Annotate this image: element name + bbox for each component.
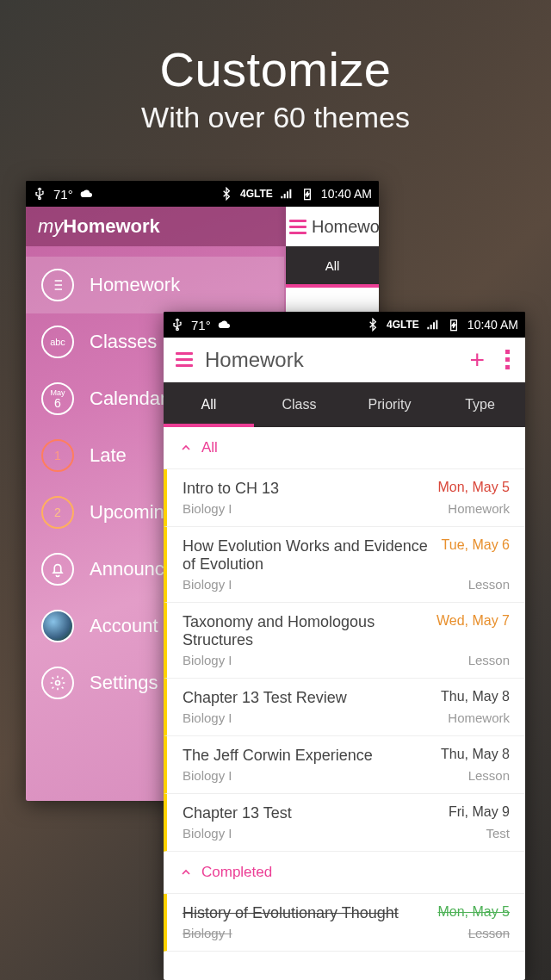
item-date: Mon, May 5	[437, 904, 510, 920]
item-course: Biology I	[183, 926, 232, 940]
peek-tab-all[interactable]: All	[325, 258, 340, 273]
tab-underline	[286, 284, 379, 288]
hero-title: Customize	[0, 41, 551, 97]
item-date: Mon, May 5	[437, 480, 510, 495]
tab-priority[interactable]: Priority	[344, 382, 435, 427]
homework-item[interactable]: Intro to CH 13Mon, May 5Biology IHomewor…	[164, 469, 525, 527]
page-title: Homework	[205, 348, 452, 372]
sidebar-item-label: Late	[90, 444, 127, 467]
usb-icon	[33, 187, 46, 201]
overflow-menu-icon[interactable]	[502, 350, 513, 369]
calendar-icon: May6	[41, 382, 74, 415]
app-brand: myHomework	[38, 215, 160, 238]
sidebar-item-label: Account	[90, 615, 158, 637]
item-date: Tue, May 6	[442, 537, 510, 553]
section-all-label: All	[201, 439, 218, 456]
homework-item[interactable]: How Evolution Works and Evidence of Evol…	[164, 527, 525, 603]
section-completed-label: Completed	[201, 864, 272, 881]
status-network: 4GLTE	[240, 188, 273, 200]
status-bar: 71° 4GLTE 10:40 AM	[26, 181, 379, 207]
cloud-icon	[218, 318, 232, 332]
sidebar-item-homework[interactable]: Homework	[26, 257, 284, 313]
item-course: Biology I	[183, 768, 232, 783]
item-date: Thu, May 8	[441, 747, 510, 762]
status-time: 10:40 AM	[467, 318, 518, 332]
peek-title: Homework	[312, 217, 379, 237]
item-kind: Lesson	[468, 653, 510, 667]
item-name: History of Evolutionary Thought	[183, 904, 399, 922]
count-badge: 1	[41, 439, 74, 472]
homework-item[interactable]: The Jeff Corwin ExperienceThu, May 8Biol…	[164, 736, 525, 794]
item-course: Biology I	[183, 501, 232, 516]
item-course: Biology I	[183, 577, 232, 592]
bluetooth-icon	[366, 318, 380, 332]
status-network: 4GLTE	[387, 319, 419, 331]
homework-item[interactable]: Chapter 13 TestFri, May 9Biology ITest	[164, 794, 525, 852]
phone-white: 71° 4GLTE 10:40 AM Homework + AllClassPr…	[164, 312, 525, 980]
cloud-icon	[80, 187, 94, 201]
chevron-up-icon	[179, 441, 193, 455]
tab-type[interactable]: Type	[435, 382, 525, 427]
item-kind: Test	[486, 826, 510, 840]
tab-all[interactable]: All	[164, 382, 254, 427]
hamburger-icon[interactable]	[289, 220, 306, 234]
sidebar-item-label: Homework	[90, 274, 180, 296]
homework-item[interactable]: History of Evolutionary ThoughtMon, May …	[164, 894, 525, 952]
item-name: The Jeff Corwin Experience	[183, 747, 373, 765]
status-temp: 71°	[53, 187, 73, 202]
item-course: Biology I	[183, 826, 232, 840]
item-course: Biology I	[183, 710, 232, 725]
list-icon	[41, 269, 74, 301]
signal-icon	[426, 318, 440, 332]
gear-icon	[41, 667, 74, 699]
item-kind: Lesson	[468, 577, 510, 592]
sidebar-item-label: Settings	[90, 672, 158, 694]
bluetooth-icon	[220, 187, 233, 201]
item-name: Chapter 13 Test	[183, 804, 292, 822]
brand-my: my	[38, 215, 63, 237]
item-name: How Evolution Works and Evidence of Evol…	[183, 537, 431, 574]
item-course: Biology I	[183, 653, 232, 667]
status-temp: 71°	[191, 318, 211, 332]
section-all[interactable]: All	[164, 427, 525, 469]
bell-icon	[41, 553, 74, 586]
abc-icon: abc	[41, 326, 74, 358]
sidebar-item-label: Classes	[90, 331, 157, 353]
item-kind: Homework	[448, 710, 510, 725]
usb-icon	[170, 318, 184, 332]
signal-icon	[280, 187, 294, 201]
item-kind: Homework	[448, 501, 510, 516]
battery-charging-icon	[300, 187, 314, 201]
tab-class[interactable]: Class	[254, 382, 344, 427]
item-date: Thu, May 8	[441, 689, 510, 704]
battery-charging-icon	[447, 318, 461, 332]
status-bar: 71° 4GLTE 10:40 AM	[164, 312, 525, 338]
item-kind: Lesson	[468, 926, 510, 940]
item-kind: Lesson	[468, 768, 510, 783]
homework-item[interactable]: Taxonomy and Homologous StructuresWed, M…	[164, 603, 525, 679]
hamburger-icon[interactable]	[176, 352, 193, 367]
item-date: Fri, May 9	[449, 804, 510, 820]
item-name: Chapter 13 Test Review	[183, 689, 347, 707]
brand-hw: Homework	[63, 215, 159, 237]
hero-subtitle: With over 60 themes	[0, 101, 551, 134]
homework-item[interactable]: Chapter 13 Test ReviewThu, May 8Biology …	[164, 679, 525, 736]
item-name: Taxonomy and Homologous Structures	[183, 613, 426, 649]
add-button[interactable]: +	[464, 347, 490, 373]
item-name: Intro to CH 13	[183, 480, 279, 498]
avatar	[41, 610, 74, 642]
sidebar-item-label: Calendar	[90, 388, 166, 410]
count-badge: 2	[41, 496, 74, 529]
chevron-up-icon	[179, 865, 193, 879]
svg-point-1	[56, 681, 60, 685]
sidebar-item-label: Upcoming	[90, 501, 175, 524]
item-date: Wed, May 7	[436, 613, 510, 629]
status-time: 10:40 AM	[321, 187, 372, 201]
section-completed[interactable]: Completed	[164, 852, 525, 894]
